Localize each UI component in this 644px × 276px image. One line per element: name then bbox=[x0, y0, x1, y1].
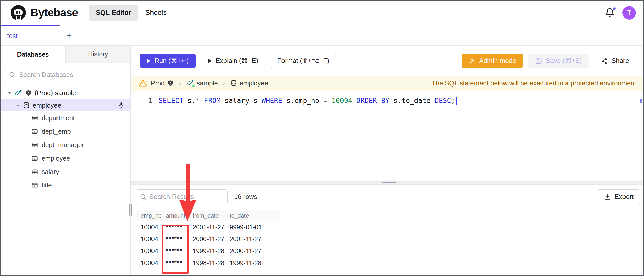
explain-button[interactable]: Explain (⌘+E) bbox=[201, 54, 265, 68]
cell-amount-masked[interactable]: ****** bbox=[161, 221, 188, 233]
tab-history[interactable]: History bbox=[65, 46, 130, 63]
sql-token: s.emp_no bbox=[282, 95, 324, 106]
sidebar-resize-handle[interactable] bbox=[129, 204, 132, 216]
cell-to-date[interactable]: 2001-11-27 bbox=[225, 233, 264, 245]
share-button[interactable]: Share bbox=[594, 54, 636, 68]
caret-down-icon[interactable] bbox=[8, 91, 11, 95]
shield-icon bbox=[167, 80, 174, 87]
add-sheet-tab-button[interactable]: + bbox=[60, 25, 78, 45]
tree-item-table-dept-emp[interactable]: dept_emp bbox=[1, 125, 130, 138]
cell-amount-masked[interactable]: ****** bbox=[161, 257, 188, 269]
cell-from-date[interactable]: 1998-11-28 bbox=[188, 257, 225, 269]
sheet-tab-test[interactable]: test bbox=[1, 25, 60, 45]
tree-item-table-employee[interactable]: employee bbox=[1, 152, 130, 165]
lightning-bolt-icon[interactable] bbox=[118, 102, 125, 109]
cell-to-date[interactable]: 2000-11-27 bbox=[225, 245, 264, 257]
connection-status-dot bbox=[192, 84, 195, 88]
save-button[interactable]: Save (⌘+S) bbox=[528, 54, 589, 68]
admin-mode-label: Admin mode bbox=[479, 57, 516, 65]
tab-databases[interactable]: Databases bbox=[1, 46, 65, 63]
cell-amount-masked[interactable]: ****** bbox=[161, 233, 188, 245]
cell-from-date[interactable]: 2000-11-27 bbox=[188, 233, 225, 245]
sql-token: salary s bbox=[220, 95, 262, 106]
cell-to-date[interactable]: 9999-01-01 bbox=[225, 221, 264, 233]
tree-item-table-dept-manager[interactable]: dept_manager bbox=[1, 138, 130, 152]
sql-token: s.to_date bbox=[389, 95, 435, 106]
partial-row-cell bbox=[188, 269, 225, 271]
tree-item-instance[interactable]: (Prod) sample bbox=[1, 87, 130, 99]
editor-overview-ruler-mark bbox=[640, 99, 642, 103]
nav-sql-editor[interactable]: SQL Editor bbox=[89, 5, 139, 21]
save-icon bbox=[535, 57, 542, 64]
shield-icon bbox=[25, 90, 32, 96]
sql-token: s. bbox=[183, 95, 196, 106]
bytebase-logo[interactable]: Bytebase bbox=[10, 5, 78, 21]
instance-label: (Prod) sample bbox=[35, 89, 76, 97]
export-button[interactable]: Export bbox=[597, 189, 640, 204]
bytebase-mascot-icon bbox=[10, 5, 26, 21]
cell-from-date[interactable]: 2001-11-27 bbox=[188, 221, 225, 233]
partial-row-cell bbox=[161, 269, 188, 271]
table-icon bbox=[31, 142, 38, 148]
breadcrumb-environment[interactable]: Prod bbox=[151, 79, 174, 87]
breadcrumb-table[interactable]: employee bbox=[230, 79, 268, 87]
column-header-from-date[interactable]: from_date bbox=[188, 210, 225, 221]
protected-environment-notice: The SQL statement below will be executed… bbox=[432, 79, 638, 87]
sql-editor[interactable]: 1SELECT s.* FROM salary s WHERE s.emp_no… bbox=[131, 91, 643, 181]
sql-token: ; bbox=[451, 95, 455, 106]
sql-token: 10004 bbox=[332, 95, 352, 106]
cell-emp-no[interactable]: 10004 bbox=[136, 245, 161, 257]
search-icon bbox=[9, 71, 16, 78]
cell-emp-no[interactable]: 10004 bbox=[136, 257, 161, 269]
database-icon bbox=[230, 80, 237, 87]
avatar[interactable]: T bbox=[622, 6, 636, 20]
column-header-emp-no[interactable]: emp_no bbox=[136, 210, 161, 221]
line-number: 1 bbox=[148, 95, 153, 106]
partial-row-cell bbox=[136, 269, 161, 271]
chevron-right-icon bbox=[177, 80, 183, 86]
table-icon bbox=[31, 168, 38, 175]
results-table: emp_no amount from_date to_date 10004 **… bbox=[136, 210, 643, 271]
tree-item-database-selected[interactable]: employee bbox=[1, 99, 130, 111]
table-icon bbox=[31, 128, 38, 135]
brand-name: Bytebase bbox=[30, 6, 78, 19]
column-header-to-date[interactable]: to_date bbox=[225, 210, 264, 221]
breadcrumb-database[interactable]: sample bbox=[186, 79, 218, 87]
format-button[interactable]: Format (⇧+⌥+F) bbox=[271, 54, 336, 68]
wrench-icon bbox=[468, 57, 476, 64]
search-databases-input[interactable] bbox=[5, 67, 126, 82]
tree-item-table-title[interactable]: title bbox=[1, 179, 130, 192]
cell-emp-no[interactable]: 10004 bbox=[136, 233, 161, 245]
cell-from-date[interactable]: 1999-11-28 bbox=[188, 245, 225, 257]
column-header-amount[interactable]: amount bbox=[161, 210, 188, 221]
sidebar: Databases History bbox=[1, 46, 131, 275]
tree-item-table-salary[interactable]: salary bbox=[1, 165, 130, 179]
sql-token: SELECT bbox=[159, 95, 183, 106]
cell-amount-masked[interactable]: ****** bbox=[161, 245, 188, 257]
cell-emp-no[interactable]: 10004 bbox=[136, 221, 161, 233]
format-label: Format (⇧+⌥+F) bbox=[277, 57, 329, 65]
app-window: Bytebase SQL Editor Sheets T test + bbox=[0, 0, 644, 276]
caret-down-icon[interactable] bbox=[16, 104, 20, 107]
sql-token: FROM bbox=[204, 95, 220, 106]
nav-sheets[interactable]: Sheets bbox=[142, 5, 170, 21]
sheet-tab-label: test bbox=[7, 32, 18, 40]
text-cursor bbox=[456, 97, 457, 105]
admin-mode-button[interactable]: Admin mode bbox=[462, 54, 523, 68]
search-results-input[interactable] bbox=[136, 189, 228, 204]
divider-grip-icon[interactable] bbox=[382, 182, 396, 184]
play-icon bbox=[147, 58, 151, 63]
tree-item-table-department[interactable]: department bbox=[1, 111, 130, 125]
download-icon bbox=[604, 193, 611, 200]
sql-token: = bbox=[324, 95, 328, 106]
notifications-button[interactable] bbox=[605, 8, 615, 18]
table-label: salary bbox=[42, 168, 59, 176]
cell-to-date[interactable]: 1999-11-28 bbox=[225, 257, 264, 269]
table-icon bbox=[31, 155, 38, 162]
sidebar-tabs: Databases History bbox=[1, 46, 130, 63]
panel-resize-divider[interactable] bbox=[131, 181, 643, 185]
table-label: department bbox=[42, 114, 75, 122]
run-button[interactable]: Run (⌘+↵) bbox=[140, 54, 196, 68]
editor-toolbar: Run (⌘+↵) Explain (⌘+E) Format (⇧+⌥+F) bbox=[131, 46, 643, 76]
sql-token bbox=[352, 95, 356, 106]
